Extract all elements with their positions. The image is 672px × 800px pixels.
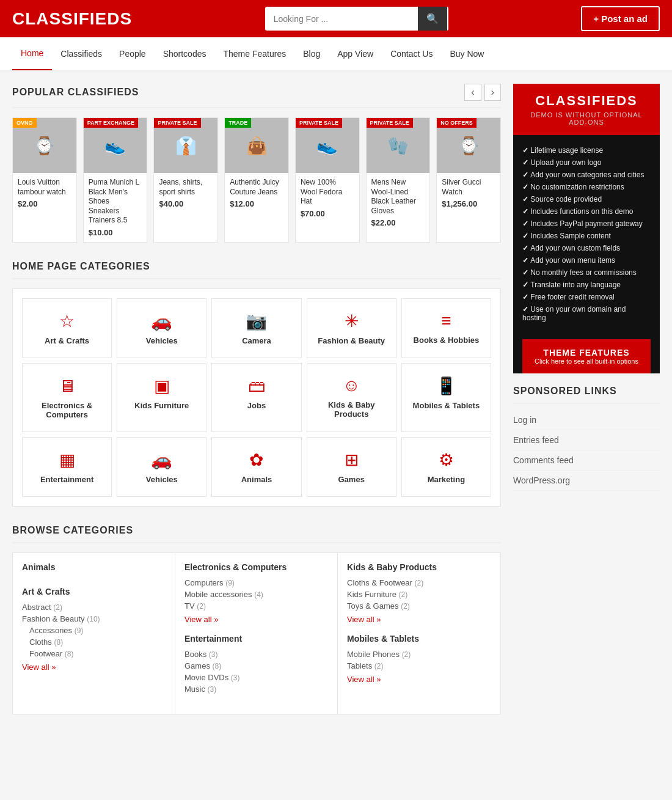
category-label: Entertainment	[29, 475, 105, 484]
classified-title: Louis Vuitton tambour watch	[18, 178, 71, 197]
category-item[interactable]: ☺ Kids & Baby Products	[307, 363, 396, 432]
category-label: Kids & Baby Products	[313, 400, 390, 419]
category-item[interactable]: ☆ Art & Crafts	[22, 298, 112, 358]
browse-category-title: Art & Crafts	[22, 587, 166, 596]
category-item[interactable]: ✿ Animals	[211, 437, 301, 497]
classified-card[interactable]: 👜 TRADE Authentic Juicy Couture Jeans $1…	[224, 117, 289, 243]
post-ad-button[interactable]: + Post an ad	[581, 6, 660, 31]
classified-price: $1,256.00	[442, 199, 495, 208]
category-item[interactable]: 📷 Camera	[211, 298, 301, 358]
classified-card[interactable]: 🧤 PRIVATE SALE Mens New Wool-Lined Black…	[366, 117, 431, 243]
category-icon: ⊞	[313, 450, 390, 470]
browse-sub-item[interactable]: Music (3)	[184, 683, 328, 695]
promo-subtitle: DEMO IS WITHOUT OPTIONAL ADD-ONS	[522, 111, 651, 126]
category-item[interactable]: ⊞ Games	[307, 437, 396, 497]
browse-sub-item[interactable]: Cloths & Footwear (2)	[347, 577, 491, 589]
browse-sub-item[interactable]: Computers (9)	[184, 577, 328, 589]
category-label: Fashion & Beauty	[313, 336, 390, 345]
browse-sub-item[interactable]: Games (8)	[184, 660, 328, 672]
search-button[interactable]: 🔍	[418, 7, 447, 31]
view-all-link[interactable]: View all »	[347, 675, 491, 684]
browse-sub-item[interactable]: Toys & Games (2)	[347, 600, 491, 612]
classified-image: 👟 PART EXCHANGE	[84, 118, 147, 173]
classified-card[interactable]: 👟 PART EXCHANGE Puma Munich L Black Men'…	[83, 117, 148, 243]
category-item[interactable]: ≡ Books & Hobbies	[401, 298, 491, 358]
classified-badge: PRIVATE SALE	[154, 118, 200, 128]
browse-sub-item[interactable]: Mobile accessories (4)	[184, 589, 328, 600]
category-icon: 🗃	[218, 376, 294, 396]
sidebar: CLASSIFIEDS DEMO IS WITHOUT OPTIONAL ADD…	[513, 84, 660, 727]
browse-sub-item[interactable]: Fashion & Beauty (10)	[22, 613, 166, 625]
category-icon: ▦	[29, 450, 105, 470]
category-label: Art & Crafts	[29, 336, 105, 345]
browse-sub-item[interactable]: Movie DVDs (3)	[184, 672, 328, 683]
next-arrow[interactable]: ›	[484, 84, 501, 101]
browse-sub-item[interactable]: Kids Furniture (2)	[347, 589, 491, 600]
browse-sub-item[interactable]: Mobile Phones (2)	[347, 648, 491, 660]
classified-image: 👟 PRIVATE SALE	[296, 118, 359, 173]
sponsored-link[interactable]: Entries feed	[513, 430, 660, 450]
category-item[interactable]: ▣ Kids Furniture	[117, 363, 206, 432]
sidebar-sponsored: SPONSORED LINKS Log inEntries feedCommen…	[513, 386, 660, 491]
browse-column: Electronics & ComputersComputers (9)Mobi…	[175, 553, 338, 714]
classified-card[interactable]: 👔 PRIVATE SALE Jeans, shirts, sport shir…	[153, 117, 218, 243]
classified-price: $40.00	[159, 199, 213, 208]
category-item[interactable]: ✳ Fashion & Beauty	[307, 298, 396, 358]
category-label: Vehicles	[123, 336, 200, 345]
browse-sub-item[interactable]: Books (3)	[184, 648, 328, 660]
sponsored-link[interactable]: WordPress.org	[513, 471, 660, 491]
view-all-link[interactable]: View all »	[184, 615, 328, 624]
classified-info: Authentic Juicy Couture Jeans $12.00	[225, 173, 288, 213]
sponsored-link[interactable]: Log in	[513, 410, 660, 430]
sponsored-link[interactable]: Comments feed	[513, 450, 660, 471]
main-nav: HomeClassifiedsPeopleShortcodesTheme Fea…	[0, 37, 672, 72]
classified-info: Jeans, shirts, sport shirts $40.00	[154, 173, 217, 213]
classified-card[interactable]: 👟 PRIVATE SALE New 100% Wool Fedora Hat …	[295, 117, 360, 243]
browse-sub-item[interactable]: Cloths (8)	[22, 636, 166, 648]
classified-info: New 100% Wool Fedora Hat $70.00	[296, 173, 359, 223]
view-all-link[interactable]: View all »	[22, 662, 166, 672]
promo-feature-item: Add your own custom fields	[522, 242, 651, 254]
nav-item-contact-us[interactable]: Contact Us	[382, 38, 441, 70]
prev-arrow[interactable]: ‹	[464, 84, 481, 101]
category-item[interactable]: 🖥 Electronics & Computers	[22, 363, 112, 432]
category-label: Camera	[218, 336, 294, 345]
classified-title: New 100% Wool Fedora Hat	[301, 178, 354, 207]
classified-card[interactable]: ⌚ NO OFFERS Silver Gucci Watch $1,256.00	[436, 117, 501, 243]
browse-category-title: Mobiles & Tablets	[347, 634, 491, 644]
category-item[interactable]: 🗃 Jobs	[211, 363, 301, 432]
browse-column: AnimalsArt & CraftsAbstract (2)Fashion &…	[13, 553, 175, 714]
browse-sub-item[interactable]: Footwear (8)	[22, 648, 166, 659]
search-input[interactable]	[265, 8, 418, 30]
category-label: Kids Furniture	[123, 401, 200, 410]
category-item[interactable]: 📱 Mobiles & Tablets	[401, 363, 491, 432]
category-item[interactable]: ⚙ Marketing	[401, 437, 491, 497]
classified-image: 🧤 PRIVATE SALE	[367, 118, 430, 173]
promo-feature-item: No customization restrictions	[522, 181, 651, 193]
nav-item-theme-features[interactable]: Theme Features	[214, 38, 294, 70]
view-all-link[interactable]: View all »	[347, 615, 491, 624]
theme-features-button[interactable]: THEME FEATURESClick here to see all buil…	[522, 339, 651, 373]
category-item[interactable]: 🚗 Vehicles	[117, 298, 206, 358]
nav-item-classifieds[interactable]: Classifieds	[52, 38, 111, 70]
nav-item-home[interactable]: Home	[12, 37, 52, 70]
nav-item-people[interactable]: People	[111, 38, 155, 70]
category-label: Vehicles	[123, 475, 200, 484]
promo-feature-item: Includes PayPal payment gateway	[522, 218, 651, 230]
nav-item-buy-now[interactable]: Buy Now	[441, 38, 492, 70]
category-item[interactable]: 🚗 Vehicles	[117, 437, 206, 497]
promo-header: CLASSIFIEDS DEMO IS WITHOUT OPTIONAL ADD…	[513, 84, 660, 135]
browse-sub-item[interactable]: TV (2)	[184, 600, 328, 612]
browse-sub-item[interactable]: Tablets (2)	[347, 660, 491, 672]
promo-feature-item: No monthly fees or commissions	[522, 266, 651, 279]
category-icon: ⚙	[408, 450, 484, 470]
classified-image: 👜 TRADE	[225, 118, 288, 173]
nav-item-app-view[interactable]: App View	[329, 38, 382, 70]
nav-item-blog[interactable]: Blog	[294, 38, 329, 70]
classified-info: Silver Gucci Watch $1,256.00	[437, 173, 500, 213]
classified-card[interactable]: ⌚ OVNO Louis Vuitton tambour watch $2.00	[12, 117, 77, 243]
browse-sub-item[interactable]: Accessories (9)	[22, 625, 166, 636]
category-item[interactable]: ▦ Entertainment	[22, 437, 112, 497]
nav-item-shortcodes[interactable]: Shortcodes	[155, 38, 215, 70]
browse-sub-item[interactable]: Abstract (2)	[22, 601, 166, 613]
